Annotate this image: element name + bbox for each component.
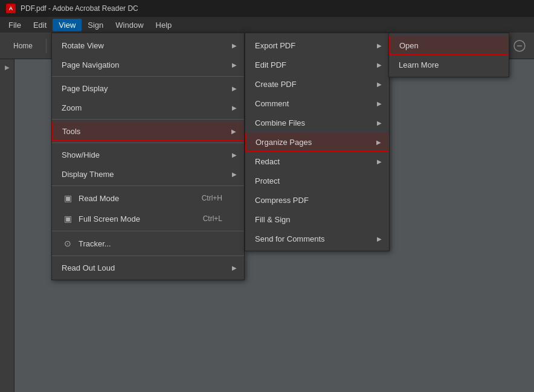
tools-export-pdf[interactable]: Export PDF: [245, 36, 389, 55]
zoom-out-button[interactable]: [510, 36, 529, 56]
tools-send-comments[interactable]: Send for Comments: [245, 229, 389, 248]
menu-page-navigation[interactable]: Page Navigation: [52, 55, 244, 74]
view-menu-divider-2: [52, 119, 244, 120]
tools-organize-pages[interactable]: Organize Pages: [245, 132, 389, 152]
view-menu-dropdown: Rotate View Page Navigation Page Display…: [51, 33, 245, 280]
home-button[interactable]: Home: [5, 36, 41, 56]
full-screen-icon: ▣: [62, 213, 74, 225]
menu-sign[interactable]: Sign: [82, 19, 109, 31]
menu-bar: File Edit View Sign Window Help: [0, 17, 534, 33]
tools-combine-files[interactable]: Combine Files: [245, 113, 389, 132]
view-menu-divider-4: [52, 185, 244, 186]
tools-redact[interactable]: Redact: [245, 152, 389, 171]
window-title: PDF.pdf - Adobe Acrobat Reader DC: [21, 4, 138, 13]
tools-comment[interactable]: Comment: [245, 94, 389, 113]
tools-compress-pdf[interactable]: Compress PDF: [245, 190, 389, 210]
menu-zoom[interactable]: Zoom: [52, 98, 244, 117]
menu-tools[interactable]: Tools: [52, 121, 244, 141]
sidebar-toggle[interactable]: ▶: [5, 64, 10, 71]
tools-protect[interactable]: Protect: [245, 171, 389, 190]
menu-read-out-loud[interactable]: Read Out Loud: [52, 258, 244, 277]
left-sidebar: ▶: [0, 59, 14, 392]
tools-fill-sign[interactable]: Fill & Sign: [245, 210, 389, 229]
tools-create-pdf[interactable]: Create PDF: [245, 74, 389, 94]
menu-read-mode[interactable]: ▣ Read Mode Ctrl+H: [52, 188, 244, 208]
tracker-icon: ⊙: [62, 237, 74, 249]
view-menu-divider-3: [52, 143, 244, 143]
organize-learn-more[interactable]: Learn More: [389, 55, 509, 74]
menu-show-hide[interactable]: Show/Hide: [52, 145, 244, 164]
menu-tracker[interactable]: ⊙ Tracker...: [52, 233, 244, 254]
read-mode-icon: ▣: [62, 192, 74, 204]
menu-file[interactable]: File: [2, 19, 27, 31]
menu-page-display[interactable]: Page Display: [52, 79, 244, 98]
organize-open[interactable]: Open: [389, 36, 509, 55]
menu-help[interactable]: Help: [150, 19, 178, 31]
menu-edit[interactable]: Edit: [27, 19, 53, 31]
tools-submenu-dropdown: Export PDF Edit PDF Create PDF Comment C…: [245, 33, 390, 251]
menu-view[interactable]: View: [53, 19, 82, 31]
menu-window[interactable]: Window: [109, 19, 149, 31]
view-menu-divider-5: [52, 231, 244, 231]
view-menu-divider-1: [52, 76, 244, 77]
title-bar: A PDF.pdf - Adobe Acrobat Reader DC: [0, 0, 534, 17]
app-icon: A: [6, 4, 16, 13]
menu-display-theme[interactable]: Display Theme: [52, 164, 244, 184]
toolbar-separator-1: [46, 39, 47, 53]
tools-edit-pdf[interactable]: Edit PDF: [245, 55, 389, 74]
view-menu-divider-6: [52, 255, 244, 256]
menu-rotate-view[interactable]: Rotate View: [52, 36, 244, 55]
menu-full-screen[interactable]: ▣ Full Screen Mode Ctrl+L: [52, 208, 244, 229]
organize-submenu-dropdown: Open Learn More: [388, 33, 509, 77]
